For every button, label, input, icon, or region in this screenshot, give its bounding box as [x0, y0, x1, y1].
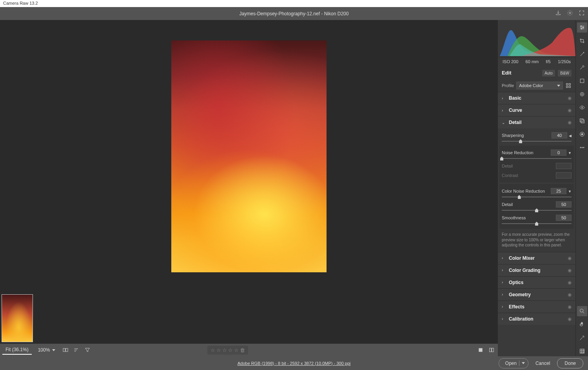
noise-input[interactable] [551, 149, 566, 156]
mask-square-icon[interactable] [577, 76, 587, 86]
heal-brush-icon[interactable] [577, 49, 587, 59]
color-noise-label: Color Noise Reduction [502, 189, 545, 193]
hand-icon[interactable] [577, 319, 587, 330]
smoothness-input[interactable] [556, 215, 572, 221]
svg-point-0 [569, 12, 571, 14]
noise-detail-label: Detail [502, 164, 513, 168]
eye-icon[interactable]: ◉ [568, 316, 572, 322]
zoom-100[interactable]: 100% [35, 346, 59, 354]
export-icon[interactable] [555, 10, 561, 18]
section-geometry[interactable]: ›Geometry◉ [498, 289, 575, 301]
profile-select[interactable]: Adobe Color [516, 82, 563, 89]
star-2[interactable]: ☆ [216, 347, 221, 353]
more-icon[interactable] [577, 142, 587, 153]
eye-icon[interactable]: ◉ [568, 120, 572, 125]
noise-detail-input [556, 163, 572, 169]
preview-image [171, 40, 327, 272]
section-color-mixer[interactable]: ›Color Mixer◉ [498, 252, 575, 264]
preview-canvas[interactable] [0, 20, 498, 293]
chevron-right-icon: › [502, 292, 506, 297]
focal-value: 60 mm [526, 59, 539, 64]
section-optics[interactable]: ›Optics◉ [498, 277, 575, 288]
edit-sliders-icon[interactable] [577, 22, 587, 33]
open-button[interactable]: Open [499, 358, 528, 368]
bottom-toolbar: Fit (36.1%) 100% ☆ ☆ ☆ ☆ ☆ 🗑 [0, 344, 498, 356]
cn-detail-input[interactable] [556, 201, 572, 208]
done-button[interactable]: Done [557, 358, 583, 368]
aperture-value: f/5 [546, 59, 550, 64]
filter-icon[interactable] [83, 346, 91, 354]
view-single-icon[interactable] [477, 346, 485, 354]
disclosure-icon[interactable]: ◀ [569, 134, 572, 138]
svg-rect-18 [581, 120, 584, 123]
eye-icon[interactable]: ◉ [568, 95, 572, 101]
filmstrip [0, 293, 498, 344]
sampler-icon[interactable] [577, 333, 587, 343]
sharpening-slider[interactable] [502, 141, 572, 142]
cn-detail-slider[interactable] [502, 210, 572, 211]
crop-icon[interactable] [577, 36, 587, 46]
eye-icon[interactable]: ◉ [568, 255, 572, 261]
profile-label: Profile [502, 83, 514, 88]
disclosure-icon[interactable]: ▼ [568, 190, 572, 193]
eye-icon[interactable]: ◉ [568, 304, 572, 310]
workflow-link[interactable]: Adobe RGB (1998) - 8 bit - 2592 x 3872 (… [238, 361, 351, 366]
presets-icon[interactable] [577, 129, 587, 139]
chevron-down-icon [522, 362, 525, 364]
sharpening-label: Sharpening [502, 133, 524, 138]
profile-browser-icon[interactable] [565, 82, 572, 89]
section-effects[interactable]: ›Effects◉ [498, 301, 575, 313]
disclosure-icon[interactable]: ▼ [568, 151, 572, 155]
iso-value: ISO 200 [503, 59, 518, 64]
detail-hint: For a more accurate preview, zoom the pr… [502, 230, 572, 250]
gear-icon[interactable] [567, 10, 573, 18]
snapshots-icon[interactable] [577, 116, 587, 126]
svg-rect-6 [566, 84, 568, 85]
fullscreen-icon[interactable] [579, 10, 585, 18]
section-curve[interactable]: ›Curve◉ [498, 104, 575, 116]
sort-icon[interactable] [73, 346, 80, 354]
zoom-fit[interactable]: Fit (36.1%) [2, 345, 32, 355]
star-3[interactable]: ☆ [222, 347, 227, 353]
compare-icon[interactable] [62, 346, 69, 354]
window-titlebar: Camera Raw 13.2 [0, 0, 588, 7]
svg-rect-8 [566, 86, 568, 87]
histogram[interactable] [498, 20, 575, 57]
view-split-icon[interactable] [488, 346, 495, 354]
chevron-right-icon: › [502, 304, 506, 309]
eye-icon[interactable]: ◉ [568, 280, 572, 285]
smoothness-label: Smoothness [502, 215, 526, 220]
eye-icon[interactable]: ◉ [568, 108, 572, 113]
eyedropper-icon[interactable] [577, 62, 587, 73]
redeye-icon[interactable] [577, 102, 587, 113]
star-1[interactable]: ☆ [211, 347, 215, 353]
bw-button[interactable]: B&W [558, 70, 572, 77]
svg-point-12 [581, 28, 582, 29]
zoom-icon[interactable] [577, 306, 587, 316]
section-calibration[interactable]: ›Calibration◉ [498, 313, 575, 325]
color-noise-input[interactable] [551, 188, 566, 194]
thumbnail[interactable] [2, 294, 33, 342]
section-detail[interactable]: ⌄Detail◉ [498, 117, 575, 128]
shutter-value: 1/250s [558, 59, 571, 64]
sharpening-input[interactable] [552, 132, 567, 139]
star-5[interactable]: ☆ [234, 347, 239, 353]
svg-rect-17 [580, 119, 583, 122]
svg-point-10 [581, 26, 582, 27]
eye-icon[interactable]: ◉ [568, 292, 572, 297]
section-basic[interactable]: ›Basic◉ [498, 92, 575, 104]
trash-icon[interactable]: 🗑 [240, 347, 245, 353]
section-color-grading[interactable]: ›Color Grading◉ [498, 264, 575, 276]
color-noise-slider[interactable] [502, 197, 572, 197]
noise-label: Noise Reduction [502, 150, 534, 155]
eye-icon[interactable]: ◉ [568, 268, 572, 273]
star-4[interactable]: ☆ [228, 347, 233, 353]
svg-rect-13 [580, 79, 584, 82]
auto-button[interactable]: Auto [542, 70, 555, 77]
smoothness-slider[interactable] [502, 223, 572, 224]
radial-icon[interactable] [577, 89, 587, 99]
cancel-button[interactable]: Cancel [532, 359, 553, 368]
grid-icon[interactable] [577, 346, 587, 356]
noise-slider[interactable] [502, 158, 572, 159]
svg-point-11 [583, 27, 584, 28]
